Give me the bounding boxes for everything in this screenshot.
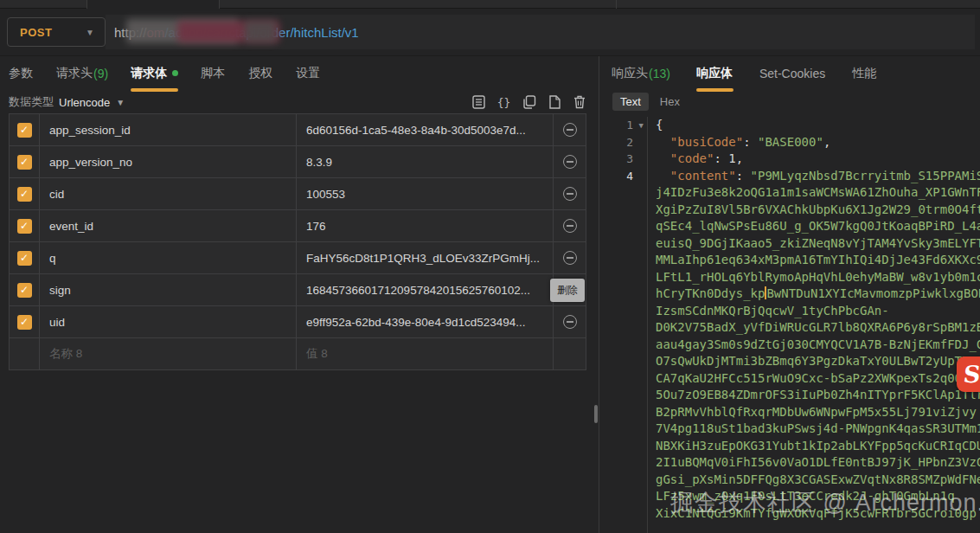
window-tab-strip[interactable] (0, 0, 980, 9)
copy-icon[interactable] (522, 94, 536, 110)
response-body-editor[interactable]: 1▼ { 2 "busiCode": "BASE000", 3 "code": … (600, 117, 980, 533)
param-key[interactable]: uid (40, 306, 297, 337)
response-view-modes: TextHex (612, 93, 688, 111)
param-key[interactable]: cid (40, 178, 297, 209)
left-panel-scrollbar[interactable] (594, 405, 598, 423)
tab-响应头[interactable]: 响应头(13) (612, 56, 670, 90)
row-checkbox[interactable]: ✓ (17, 219, 32, 234)
method-dropdown[interactable]: POST ▼ (7, 17, 106, 47)
row-checkbox[interactable]: ✓ (17, 315, 32, 330)
param-key[interactable]: event_id (40, 210, 297, 241)
row-checkbox[interactable]: ✓ (17, 123, 32, 138)
form-lines-icon[interactable] (471, 94, 486, 110)
tab-响应体[interactable]: 响应体 (696, 56, 733, 90)
param-value[interactable]: 100553 (297, 178, 554, 209)
editor-line: XgiPzZuI8Vl5Br6VXAChkUbpKu6X1Jg2W29_0trm… (600, 202, 980, 219)
table-row: ✓ event_id 176 (10, 210, 586, 242)
datatype-label: 数据类型 (9, 94, 54, 110)
param-key[interactable]: 名称 8 (40, 338, 297, 369)
editor-line: O7sQwUkDjMTmi3bZBmq6Y3PgzDkaTxY0ULBwT2yU… (600, 353, 980, 370)
row-checkbox[interactable]: ✓ (17, 155, 32, 170)
editor-line: aau4gay3Sm0s9dZtGj030CMYQCV1A7B-BzNjEKmf… (600, 337, 980, 354)
row-checkbox[interactable]: ✓ (17, 283, 32, 298)
file-icon[interactable] (547, 94, 561, 110)
tab-脚本[interactable]: 脚本 (201, 56, 226, 90)
table-row: ✓ app_session_id 6d60156d-1ca5-48e3-8a4b… (10, 114, 586, 146)
editor-line: NBXKiH3zuEpOKG31Yubt1kIp2abLKYFpp5qcKuCR… (600, 438, 980, 455)
panel-divider[interactable] (599, 56, 599, 533)
param-value[interactable]: 6d60156d-1ca5-48e3-8a4b-30d5003e7d... (297, 114, 554, 145)
floating-assistant-badge[interactable]: S (957, 356, 980, 392)
param-key[interactable]: app_session_id (40, 114, 297, 145)
method-label: POST (20, 26, 52, 39)
request-body-table: ✓ app_session_id 6d60156d-1ca5-48e3-8a4b… (9, 113, 586, 370)
editor-line: LFz5xwm_z0xq1F0sLtT3eCCredk2J-ghT0GmbLn1… (600, 488, 980, 505)
body-toolbar: 数据类型 Urlencode ▼ {} (9, 90, 586, 114)
editor-line: MMLaIhp61eq634xM3pmA16TmYIhIQi4DjJe43Fd6… (600, 252, 980, 269)
remove-row-icon[interactable] (563, 155, 577, 169)
chevron-down-icon[interactable]: ▼ (116, 98, 125, 107)
editor-line: 5Ou7zO9EB84ZDmrOFS3iIuPb0Zh4nITYprF5KClA… (600, 387, 980, 404)
editor-line: euisQ_9DGjIKaao5_zkiZNeqN8vYjTAM4YvSky3m… (600, 235, 980, 253)
editor-line: CA7qKaU2HFCc515rWuO9Cxc-bSaPz2XWKpexTs2q… (600, 370, 980, 388)
tab-参数[interactable]: 参数 (9, 56, 34, 90)
table-row: 名称 8 值 8 (10, 338, 586, 370)
viewmode-hex[interactable]: Hex (652, 93, 688, 111)
editor-line: IzsmSCdnMKQrBjQqcwV_1tyChPbcGAn- (600, 303, 980, 320)
table-row: ✓ q FaHY56cD8t1P1QRH3_dLOEv33ZrPGmHj... (10, 242, 586, 274)
window-active-tab[interactable] (86, 0, 220, 9)
row-checkbox[interactable]: ✓ (17, 251, 32, 266)
unsaved-dot (172, 70, 178, 76)
param-key[interactable]: q (40, 242, 297, 273)
row-checkbox[interactable]: ✓ (17, 187, 32, 202)
remove-row-icon[interactable] (563, 315, 577, 329)
tab-设置[interactable]: 设置 (296, 56, 321, 90)
editor-line: XixC1NtQGi9KmTYfgWXOKVqFfjK5cwFRTbr5GCro… (600, 505, 980, 523)
editor-line: qSEc4_lqNwSPsEu86U_g_OK5W7kgQ0JtKoaqBPiR… (600, 218, 980, 235)
delete-row-button[interactable]: 删除 (550, 279, 585, 302)
table-row: ✓ app_version_no 8.3.9 (10, 146, 586, 178)
editor-line: gGsi_pXsMin5DFFQg8X3CGASExwZVqtNx8R8SMZp… (600, 472, 980, 489)
editor-line: 4 "content": "P9MLyqzNbsd7Bcrryitmb_S15P… (600, 168, 980, 185)
gutter-border (647, 117, 648, 533)
fold-caret-icon[interactable]: ▼ (639, 118, 644, 135)
viewmode-text[interactable]: Text (612, 93, 649, 111)
editor-line: D0K2V75BadX_yVfDiWRUcGLR7lb8QXRA6P6y8rSp… (600, 319, 980, 337)
editor-line: hCryTKn0Ddys_kpBwNTDuN1XYIcMavmomzpPiwkl… (600, 286, 980, 303)
chevron-down-icon: ▼ (86, 28, 94, 37)
param-key[interactable]: sign (40, 274, 297, 305)
param-value[interactable]: 值 8 (297, 338, 554, 369)
tab-授权[interactable]: 授权 (248, 56, 273, 90)
editor-line: 2 "busiCode": "BASE000", (600, 134, 980, 151)
badge-letter: S (963, 361, 980, 388)
param-value[interactable]: e9ff952a-62bd-439e-80e4-9d1cd523494... (297, 306, 554, 337)
tab-请求头[interactable]: 请求头(9) (56, 56, 108, 90)
param-value[interactable]: FaHY56cD8t1P1QRH3_dLOEv33ZrPGmHj... (297, 242, 554, 273)
editor-line: 1▼ { (600, 117, 980, 134)
param-value[interactable]: 168457366017120957842015625760102... (297, 274, 554, 305)
remove-row-icon[interactable] (563, 251, 577, 265)
remove-row-icon[interactable] (563, 123, 577, 137)
request-url-bar: POST ▼ http:// om/action/carrctapi/order… (0, 9, 980, 56)
remove-row-icon[interactable] (563, 219, 577, 233)
remove-row-icon[interactable] (563, 187, 577, 201)
editor-line: 2I1uBQMqV0iFhI56v0VaO1DLfE0ntBJ97jK_HPbn… (600, 454, 980, 472)
api-client-window: POST ▼ http:// om/action/carrctapi/order… (0, 0, 980, 533)
datatype-value[interactable]: Urlencode (59, 96, 110, 109)
editor-line: B2pRMvVhblQfRxqrMDbUw6WNpwFpM5x55Lj791vi… (600, 404, 980, 421)
redaction-blur (245, 21, 276, 42)
trash-icon[interactable] (572, 94, 586, 110)
editor-line: 7V4pg118uSt1bad3kuPSwsj4d-PNWpgnK4qasSR3… (600, 421, 980, 438)
param-value[interactable]: 8.3.9 (297, 146, 554, 177)
request-tabs: 参数 请求头(9) 请求体 脚本 授权 设置 (9, 56, 343, 90)
table-row: ✓ sign 168457366017120957842015625760102… (10, 274, 586, 306)
editor-line: j4IDzFu3e8k2oQG1a1m1saWCMsWA61ZhOuha_XP1… (600, 184, 980, 202)
tab-性能[interactable]: 性能 (852, 56, 877, 90)
param-key[interactable]: app_version_no (40, 146, 297, 177)
editor-line: LFtL1_rHOLq6YblRymoApHqVhL0ehyMaBW_w8v1y… (600, 269, 980, 286)
tab-Set-Cookies[interactable]: Set-Cookies (759, 56, 826, 90)
tab-请求体[interactable]: 请求体 (131, 56, 178, 90)
param-value[interactable]: 176 (297, 210, 554, 241)
braces-icon[interactable]: {} (496, 94, 511, 110)
editor-line: 3 "code": 1, (600, 151, 980, 168)
